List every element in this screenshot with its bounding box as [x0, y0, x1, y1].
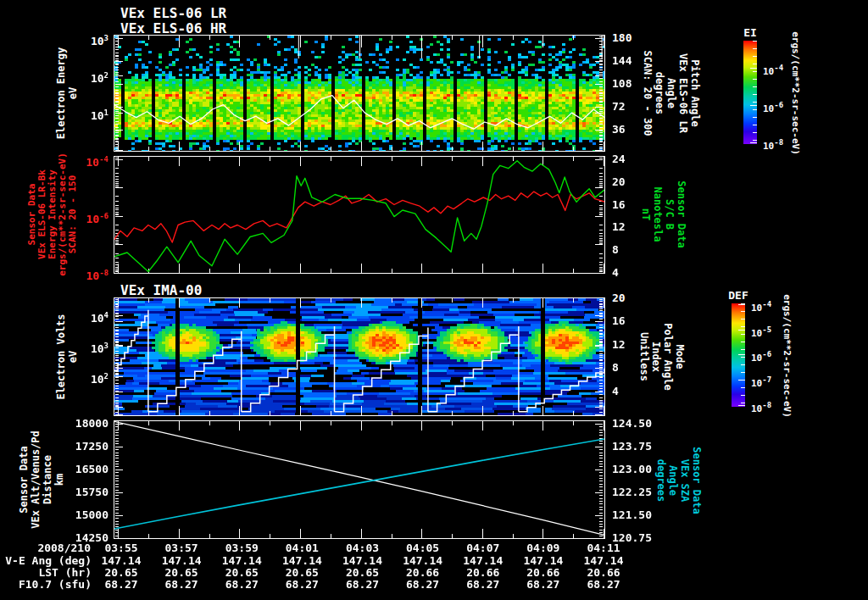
trajectory-plot-svg — [114, 421, 604, 538]
colorbar-tick-label: 10-4 — [751, 298, 792, 310]
axis-tick — [331, 298, 331, 303]
footer-value: 147.14 — [453, 555, 513, 567]
colorbar-tick-label: 10-6 — [751, 348, 792, 360]
axis-tick — [115, 388, 119, 389]
axis-tick — [179, 298, 180, 308]
axis-tick — [115, 355, 119, 356]
axis-tick — [115, 347, 119, 348]
axis-tick — [595, 392, 603, 392]
axis-tick — [542, 406, 543, 415]
y-tick-label-left: 10-6 — [51, 210, 108, 222]
y-tick-label-left: 103 — [51, 32, 108, 44]
axis-tick — [738, 304, 745, 305]
footer-value: 20.65 — [152, 567, 211, 579]
y-tick-label-left: 10-4 — [51, 153, 108, 165]
footer-value: 20.65 — [92, 567, 151, 579]
axis-tick — [599, 365, 603, 366]
colorbar-def — [732, 303, 745, 407]
axis-tick — [599, 412, 603, 413]
colorbar-tick-label: 10-8 — [763, 136, 804, 148]
axis-tick — [115, 325, 119, 325]
axis-tick — [542, 298, 543, 308]
data-series-line — [114, 421, 604, 535]
axis-tick — [595, 345, 603, 346]
axis-tick — [750, 105, 757, 106]
axis-tick — [599, 386, 603, 386]
y-tick-label-right: 121.50 — [612, 509, 666, 521]
axis-tick — [750, 142, 757, 143]
axis-tick — [270, 411, 270, 415]
y-tick-label-right: 36 — [612, 124, 666, 136]
colorbar-tick-label: 10-4 — [763, 62, 804, 74]
axis-tick — [209, 298, 210, 303]
axis-tick — [573, 411, 574, 415]
axis-tick — [599, 363, 603, 364]
axis-tick — [738, 330, 745, 331]
axis-tick — [513, 411, 514, 415]
axis-tick — [599, 325, 603, 325]
time-axis-label: 04:11 — [574, 542, 633, 554]
y-tick-label-right: 108 — [612, 78, 666, 90]
bfield-plot-svg — [114, 157, 604, 273]
axis-tick — [599, 313, 603, 314]
axis-tick — [115, 383, 119, 384]
axis-tick — [599, 360, 603, 361]
plot-title-els-lr: VEx ELS-06 LR — [120, 5, 226, 21]
axis-tick — [115, 371, 119, 372]
y-tick-label-right: 12 — [612, 221, 666, 233]
time-axis-label: 04:03 — [333, 542, 392, 554]
axis-tick — [331, 411, 331, 415]
axis-tick — [115, 402, 119, 403]
axis-tick — [421, 298, 422, 308]
axis-tick — [750, 68, 757, 69]
axis-tick — [115, 369, 119, 370]
axis-tick — [179, 406, 180, 415]
axis-tick — [738, 354, 745, 355]
ima-spectrogram-canvas — [114, 298, 604, 415]
axis-tick — [361, 406, 362, 415]
y-tick-label-left: 102 — [51, 69, 108, 81]
y-tick-label-left: 10-8 — [51, 267, 108, 279]
axis-tick — [115, 368, 123, 369]
axis-tick — [300, 406, 301, 415]
axis-tick — [148, 411, 149, 415]
y-axis-title-distance: Sensor Data VEx Alt/Venus/Pd Distance km — [18, 420, 65, 539]
axis-tick — [599, 400, 603, 401]
axis-tick — [599, 310, 603, 311]
axis-tick — [599, 364, 603, 364]
footer-value: 20.65 — [272, 567, 331, 579]
footer-value: 147.14 — [152, 555, 211, 567]
footer-value: 68.27 — [514, 579, 573, 591]
axis-tick — [599, 377, 603, 378]
axis-tick — [115, 380, 119, 381]
y-tick-label-right: 123.00 — [612, 464, 666, 475]
axis-tick — [599, 397, 603, 398]
y-tick-label-right: 124.50 — [612, 418, 666, 430]
axis-tick — [115, 346, 123, 347]
y-tick-label-left: 102 — [51, 370, 108, 382]
y-tick-label-right: 8 — [612, 362, 666, 374]
y-tick-label-right: 12 — [612, 339, 666, 351]
footer-value: 20.65 — [333, 567, 392, 579]
time-axis-label: 03:57 — [152, 542, 211, 554]
axis-tick — [595, 368, 603, 369]
axis-tick — [115, 364, 119, 364]
footer-value: 147.14 — [574, 555, 633, 567]
axis-tick — [115, 342, 119, 342]
axis-tick — [115, 394, 119, 395]
axis-tick — [599, 369, 603, 370]
y-tick-label-right: 16 — [612, 199, 666, 211]
axis-tick — [115, 308, 119, 309]
axis-tick — [599, 331, 603, 331]
footer-value: 20.66 — [393, 567, 453, 579]
axis-tick — [115, 363, 119, 364]
axis-tick — [599, 402, 603, 403]
footer-value: 147.14 — [514, 555, 573, 567]
axis-tick — [599, 403, 603, 404]
colorbar-tick-comb — [741, 303, 745, 407]
axis-tick — [115, 316, 119, 317]
axis-tick — [421, 406, 422, 415]
axis-tick — [115, 403, 119, 404]
footer-value: 68.27 — [212, 579, 271, 591]
plot-title-ima: VEx IMA-00 — [120, 282, 202, 298]
